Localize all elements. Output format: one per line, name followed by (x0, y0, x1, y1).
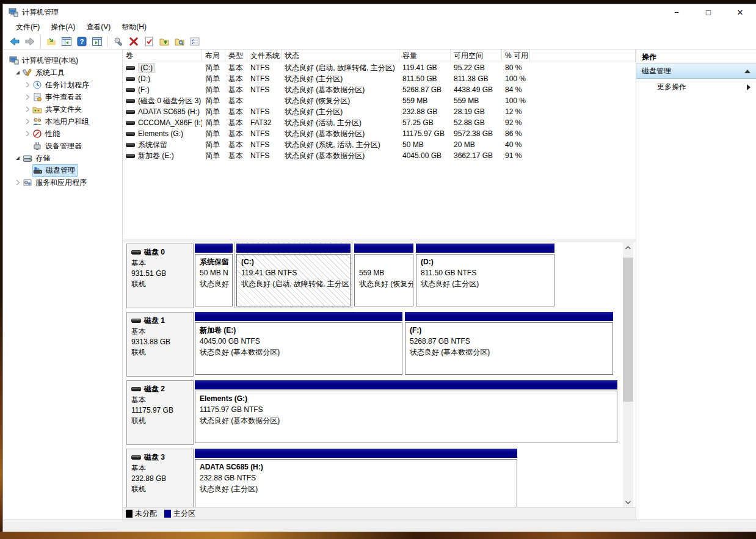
table-cell[interactable]: 简单 (202, 73, 225, 84)
column-header-volume[interactable]: 卷 (123, 49, 202, 62)
table-cell[interactable]: 基本 (225, 95, 247, 106)
table-cell[interactable]: 基本 (225, 62, 247, 73)
maximize-button[interactable]: □ (692, 4, 724, 20)
table-cell[interactable]: 92 % (502, 117, 530, 128)
table-cell[interactable]: NTFS (247, 73, 282, 84)
table-cell[interactable]: 559 MB (399, 95, 451, 106)
table-row-volume-name[interactable]: (C:) (123, 62, 202, 73)
table-cell[interactable]: 5268.87 GB (399, 84, 451, 95)
table-cell[interactable]: 28.19 GB (451, 106, 502, 117)
table-row-volume-name[interactable]: 系统保留 (123, 139, 202, 150)
table-cell[interactable]: 811.50 GB (399, 73, 451, 84)
table-cell[interactable]: 4438.49 GB (451, 84, 502, 95)
table-cell[interactable]: 95.22 GB (451, 62, 502, 73)
collapsed-chevron-icon[interactable] (23, 82, 32, 88)
table-cell[interactable]: 基本 (225, 150, 247, 161)
disk-0-label[interactable]: 磁盘 0 基本 931.51 GB 联机 (126, 244, 194, 308)
tree-item-services-applications[interactable]: 服务和应用程序 (3, 176, 122, 189)
column-header-layout[interactable]: 布局 (202, 49, 225, 62)
partition-f[interactable]: (F:) 5268.87 GB NTFS 状态良好 (基本数据分区) (405, 312, 613, 375)
forward-button[interactable] (23, 35, 37, 48)
table-cell[interactable]: 简单 (202, 150, 225, 161)
partition-c-selected[interactable]: (C:) 119.41 GB NTFS 状态良好 (启动, 故障转储, 主分区 (235, 242, 352, 308)
table-cell[interactable]: 559 MB (451, 95, 502, 106)
table-cell[interactable]: 状态良好 (主分区) (282, 106, 399, 117)
tree-item-computer-management[interactable]: 计算机管理(本地) (3, 54, 122, 67)
show-console-tree-button[interactable] (60, 35, 73, 48)
table-row-volume-name[interactable]: 新加卷 (E:) (123, 150, 202, 161)
table-row-volume-name[interactable]: (D:) (123, 73, 202, 84)
minimize-button[interactable]: − (661, 4, 692, 20)
table-cell[interactable] (247, 95, 282, 106)
collapsed-chevron-icon[interactable] (23, 131, 32, 137)
expanded-chevron-icon[interactable] (13, 155, 23, 161)
disk-tool-button[interactable] (112, 35, 125, 48)
table-cell[interactable]: FAT32 (247, 117, 282, 128)
table-cell[interactable]: 100 % (502, 95, 530, 106)
table-cell[interactable]: 119.41 GB (399, 62, 451, 73)
table-cell[interactable]: NTFS (247, 62, 282, 73)
partition-g[interactable]: Elements (G:) 11175.97 GB NTFS 状态良好 (基本数… (195, 380, 617, 443)
disk-2-label[interactable]: 磁盘 2 基本 11175.97 GB 联机 (126, 380, 194, 445)
menu-action[interactable]: 操作(A) (45, 20, 81, 34)
vertical-scrollbar[interactable] (623, 242, 633, 507)
menu-file[interactable]: 文件(F) (10, 20, 45, 34)
table-row-volume-name[interactable]: (磁盘 0 磁盘分区 3) (123, 95, 202, 106)
tree-item-storage[interactable]: 存储 (3, 152, 122, 164)
table-cell[interactable]: 基本 (225, 106, 247, 117)
folder-up-button[interactable] (158, 35, 171, 48)
table-cell[interactable]: 状态良好 (活动, 主分区) (282, 117, 399, 128)
scroll-up-arrow[interactable] (623, 242, 633, 253)
export-list-button[interactable] (45, 35, 58, 48)
collapse-caret-icon[interactable] (744, 70, 751, 73)
column-header-status[interactable]: 状态 (282, 49, 399, 62)
partition-system-reserved[interactable]: 系统保留 50 MB N 状态良好 (195, 244, 233, 306)
tree-item-task-scheduler[interactable]: 任务计划程序 (3, 79, 122, 91)
table-cell[interactable]: 20 MB (451, 139, 502, 150)
tree-item-shared-folders[interactable]: 共享文件夹 (3, 103, 122, 115)
table-cell[interactable]: 简单 (202, 139, 225, 150)
table-cell[interactable]: 86 % (502, 128, 530, 139)
table-cell[interactable]: 40 % (502, 139, 530, 150)
table-cell[interactable]: 状态良好 (基本数据分区) (282, 150, 399, 161)
table-cell[interactable]: 12 % (502, 106, 530, 117)
table-cell[interactable]: 状态良好 (启动, 故障转储, 主分区) (282, 62, 399, 73)
table-cell[interactable]: NTFS (247, 84, 282, 95)
table-cell[interactable]: 57.25 GB (399, 117, 451, 128)
tree-item-device-manager[interactable]: 设备管理器 (3, 140, 122, 152)
expanded-chevron-icon[interactable] (13, 70, 23, 76)
table-cell[interactable]: 91 % (502, 150, 530, 161)
table-cell[interactable]: 4045.00 GB (399, 150, 451, 161)
disk-1-label[interactable]: 磁盘 1 基本 9313.88 GB 联机 (126, 312, 194, 377)
table-cell[interactable]: 简单 (202, 117, 225, 128)
column-header-type[interactable]: 类型 (225, 49, 247, 62)
table-cell[interactable]: 状态良好 (系统, 活动, 主分区) (282, 139, 399, 150)
table-cell[interactable]: 状态良好 (基本数据分区) (282, 128, 399, 139)
tree-item-system-tools[interactable]: 系统工具 (3, 67, 122, 79)
scroll-down-arrow[interactable] (623, 497, 633, 507)
table-cell[interactable]: 基本 (225, 139, 247, 150)
column-header-capacity[interactable]: 容量 (399, 49, 451, 62)
table-cell[interactable]: 状态良好 (主分区) (282, 73, 399, 84)
mark-partition-button[interactable] (142, 35, 156, 48)
column-header-filesystem[interactable]: 文件系统 (247, 49, 282, 62)
column-header-percent-free[interactable]: % 可用 (502, 49, 530, 62)
table-cell[interactable]: 简单 (202, 84, 225, 95)
table-cell[interactable]: 简单 (202, 106, 225, 117)
table-row-volume-name[interactable]: CCCOMA_X86F (I:) (123, 117, 202, 128)
more-actions-item[interactable]: 更多操作 (636, 79, 756, 95)
table-cell[interactable]: 简单 (202, 128, 225, 139)
properties-list-button[interactable] (188, 35, 202, 48)
folder-find-button[interactable] (173, 35, 186, 48)
table-cell[interactable]: 50 MB (399, 139, 451, 150)
collapsed-chevron-icon[interactable] (13, 179, 23, 186)
table-cell[interactable]: 9572.38 GB (451, 128, 502, 139)
menu-help[interactable]: 帮助(H) (116, 20, 152, 34)
table-cell[interactable]: NTFS (247, 139, 282, 150)
table-cell[interactable]: 100 % (502, 73, 530, 84)
tree-item-local-users-groups[interactable]: 本地用户和组 (3, 115, 122, 128)
table-cell[interactable]: 80 % (502, 62, 530, 73)
tree-item-event-viewer[interactable]: 事件查看器 (3, 91, 122, 103)
table-cell[interactable]: 基本 (225, 84, 247, 95)
disk-3-label[interactable]: 磁盘 3 基本 232.88 GB 联机 (126, 449, 194, 507)
